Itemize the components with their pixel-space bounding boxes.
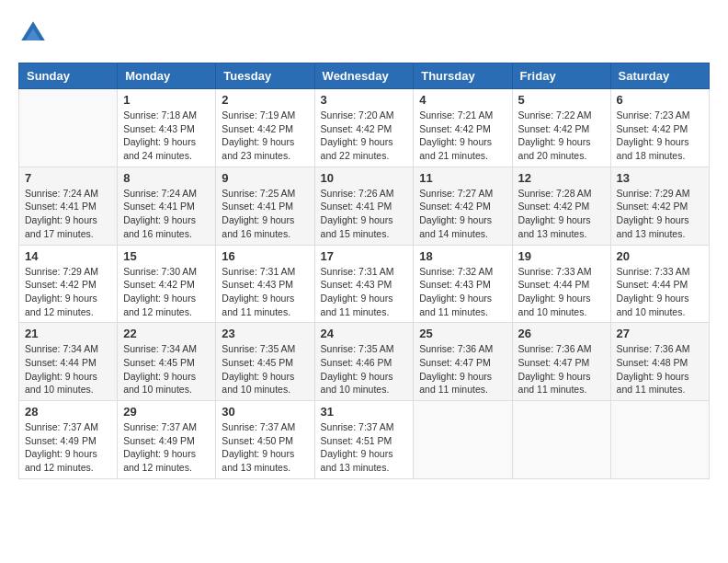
- day-info: Sunrise: 7:34 AMSunset: 4:45 PMDaylight:…: [123, 342, 210, 396]
- calendar-cell: 30Sunrise: 7:37 AMSunset: 4:50 PMDayligh…: [216, 401, 314, 479]
- calendar-week-row: 21Sunrise: 7:34 AMSunset: 4:44 PMDayligh…: [19, 323, 710, 401]
- day-info: Sunrise: 7:27 AMSunset: 4:42 PMDaylight:…: [419, 187, 506, 241]
- calendar-cell: 18Sunrise: 7:32 AMSunset: 4:43 PMDayligh…: [414, 245, 512, 323]
- day-number: 5: [518, 93, 605, 107]
- day-number: 25: [419, 327, 506, 340]
- weekday-header-sunday: Sunday: [19, 63, 118, 89]
- day-number: 11: [419, 171, 506, 185]
- calendar-cell: 27Sunrise: 7:36 AMSunset: 4:48 PMDayligh…: [610, 323, 709, 401]
- day-number: 3: [321, 93, 408, 107]
- day-number: 2: [222, 93, 308, 107]
- weekday-header-tuesday: Tuesday: [216, 63, 314, 89]
- calendar-week-row: 28Sunrise: 7:37 AMSunset: 4:49 PMDayligh…: [19, 401, 710, 479]
- day-info: Sunrise: 7:18 AMSunset: 4:43 PMDaylight:…: [123, 109, 210, 163]
- weekday-header-monday: Monday: [118, 63, 216, 89]
- calendar-cell: 16Sunrise: 7:31 AMSunset: 4:43 PMDayligh…: [216, 245, 314, 323]
- day-number: 8: [123, 171, 210, 185]
- weekday-header-wednesday: Wednesday: [314, 63, 414, 89]
- calendar-cell: 13Sunrise: 7:29 AMSunset: 4:42 PMDayligh…: [610, 167, 709, 245]
- day-number: 24: [321, 327, 408, 340]
- calendar-cell: 24Sunrise: 7:35 AMSunset: 4:46 PMDayligh…: [314, 323, 414, 401]
- day-number: 28: [25, 405, 111, 419]
- day-info: Sunrise: 7:19 AMSunset: 4:42 PMDaylight:…: [222, 109, 308, 163]
- day-info: Sunrise: 7:35 AMSunset: 4:46 PMDaylight:…: [321, 342, 408, 396]
- calendar-cell: 28Sunrise: 7:37 AMSunset: 4:49 PMDayligh…: [19, 401, 118, 479]
- calendar-cell: 10Sunrise: 7:26 AMSunset: 4:41 PMDayligh…: [314, 167, 414, 245]
- day-number: 21: [25, 327, 111, 340]
- calendar-cell: 29Sunrise: 7:37 AMSunset: 4:49 PMDayligh…: [118, 401, 216, 479]
- day-info: Sunrise: 7:30 AMSunset: 4:42 PMDaylight:…: [123, 265, 210, 319]
- day-number: 19: [518, 249, 605, 263]
- day-number: 27: [617, 327, 703, 340]
- day-number: 18: [419, 249, 506, 263]
- calendar-header-row: SundayMondayTuesdayWednesdayThursdayFrid…: [19, 63, 710, 89]
- day-info: Sunrise: 7:24 AMSunset: 4:41 PMDaylight:…: [123, 187, 210, 241]
- calendar-cell: 11Sunrise: 7:27 AMSunset: 4:42 PMDayligh…: [414, 167, 512, 245]
- calendar-cell: 5Sunrise: 7:22 AMSunset: 4:42 PMDaylight…: [512, 89, 610, 167]
- day-info: Sunrise: 7:36 AMSunset: 4:48 PMDaylight:…: [617, 342, 703, 396]
- day-number: 29: [123, 405, 210, 419]
- calendar-cell: 7Sunrise: 7:24 AMSunset: 4:41 PMDaylight…: [19, 167, 118, 245]
- day-info: Sunrise: 7:24 AMSunset: 4:41 PMDaylight:…: [25, 187, 111, 241]
- calendar-cell: 8Sunrise: 7:24 AMSunset: 4:41 PMDaylight…: [118, 167, 216, 245]
- calendar-cell: [414, 401, 512, 479]
- day-number: 9: [222, 171, 308, 185]
- day-info: Sunrise: 7:33 AMSunset: 4:44 PMDaylight:…: [617, 265, 703, 319]
- day-info: Sunrise: 7:37 AMSunset: 4:50 PMDaylight:…: [222, 420, 308, 475]
- calendar-week-row: 1Sunrise: 7:18 AMSunset: 4:43 PMDaylight…: [19, 89, 710, 167]
- day-number: 4: [419, 93, 506, 107]
- day-info: Sunrise: 7:37 AMSunset: 4:49 PMDaylight:…: [123, 420, 210, 475]
- day-info: Sunrise: 7:25 AMSunset: 4:41 PMDaylight:…: [222, 187, 308, 241]
- calendar-cell: 1Sunrise: 7:18 AMSunset: 4:43 PMDaylight…: [118, 89, 216, 167]
- day-info: Sunrise: 7:33 AMSunset: 4:44 PMDaylight:…: [518, 265, 605, 319]
- weekday-header-friday: Friday: [512, 63, 610, 89]
- day-number: 14: [25, 249, 111, 263]
- calendar-cell: 2Sunrise: 7:19 AMSunset: 4:42 PMDaylight…: [216, 89, 314, 167]
- calendar-table: SundayMondayTuesdayWednesdayThursdayFrid…: [18, 63, 710, 479]
- day-info: Sunrise: 7:26 AMSunset: 4:41 PMDaylight:…: [321, 187, 408, 241]
- day-number: 31: [321, 405, 408, 419]
- calendar-cell: [610, 401, 709, 479]
- day-number: 30: [222, 405, 308, 419]
- calendar-cell: 4Sunrise: 7:21 AMSunset: 4:42 PMDaylight…: [414, 89, 512, 167]
- day-info: Sunrise: 7:28 AMSunset: 4:42 PMDaylight:…: [518, 187, 605, 241]
- day-info: Sunrise: 7:21 AMSunset: 4:42 PMDaylight:…: [419, 109, 506, 163]
- weekday-header-thursday: Thursday: [414, 63, 512, 89]
- day-number: 16: [222, 249, 308, 263]
- calendar-cell: [19, 89, 118, 167]
- calendar-cell: 9Sunrise: 7:25 AMSunset: 4:41 PMDaylight…: [216, 167, 314, 245]
- logo-icon: [18, 18, 48, 48]
- day-info: Sunrise: 7:29 AMSunset: 4:42 PMDaylight:…: [617, 187, 703, 241]
- weekday-header-saturday: Saturday: [610, 63, 709, 89]
- day-info: Sunrise: 7:37 AMSunset: 4:51 PMDaylight:…: [321, 420, 408, 475]
- day-info: Sunrise: 7:20 AMSunset: 4:42 PMDaylight:…: [321, 109, 408, 163]
- day-number: 23: [222, 327, 308, 340]
- calendar-cell: 26Sunrise: 7:36 AMSunset: 4:47 PMDayligh…: [512, 323, 610, 401]
- day-info: Sunrise: 7:32 AMSunset: 4:43 PMDaylight:…: [419, 265, 506, 319]
- day-number: 12: [518, 171, 605, 185]
- calendar-cell: 12Sunrise: 7:28 AMSunset: 4:42 PMDayligh…: [512, 167, 610, 245]
- day-info: Sunrise: 7:36 AMSunset: 4:47 PMDaylight:…: [518, 342, 605, 396]
- day-info: Sunrise: 7:31 AMSunset: 4:43 PMDaylight:…: [321, 265, 408, 319]
- day-number: 17: [321, 249, 408, 263]
- calendar-cell: 31Sunrise: 7:37 AMSunset: 4:51 PMDayligh…: [314, 401, 414, 479]
- logo: [18, 18, 51, 48]
- calendar-cell: 15Sunrise: 7:30 AMSunset: 4:42 PMDayligh…: [118, 245, 216, 323]
- day-number: 26: [518, 327, 605, 340]
- day-number: 7: [25, 171, 111, 185]
- calendar-cell: 19Sunrise: 7:33 AMSunset: 4:44 PMDayligh…: [512, 245, 610, 323]
- day-info: Sunrise: 7:35 AMSunset: 4:45 PMDaylight:…: [222, 342, 308, 396]
- calendar-cell: 14Sunrise: 7:29 AMSunset: 4:42 PMDayligh…: [19, 245, 118, 323]
- calendar-cell: 21Sunrise: 7:34 AMSunset: 4:44 PMDayligh…: [19, 323, 118, 401]
- calendar-cell: 3Sunrise: 7:20 AMSunset: 4:42 PMDaylight…: [314, 89, 414, 167]
- calendar-cell: 20Sunrise: 7:33 AMSunset: 4:44 PMDayligh…: [610, 245, 709, 323]
- day-number: 1: [123, 93, 210, 107]
- calendar-cell: 22Sunrise: 7:34 AMSunset: 4:45 PMDayligh…: [118, 323, 216, 401]
- day-number: 6: [617, 93, 703, 107]
- day-number: 22: [123, 327, 210, 340]
- day-info: Sunrise: 7:23 AMSunset: 4:42 PMDaylight:…: [617, 109, 703, 163]
- calendar-cell: 17Sunrise: 7:31 AMSunset: 4:43 PMDayligh…: [314, 245, 414, 323]
- day-number: 20: [617, 249, 703, 263]
- calendar-cell: 25Sunrise: 7:36 AMSunset: 4:47 PMDayligh…: [414, 323, 512, 401]
- day-info: Sunrise: 7:37 AMSunset: 4:49 PMDaylight:…: [25, 420, 111, 475]
